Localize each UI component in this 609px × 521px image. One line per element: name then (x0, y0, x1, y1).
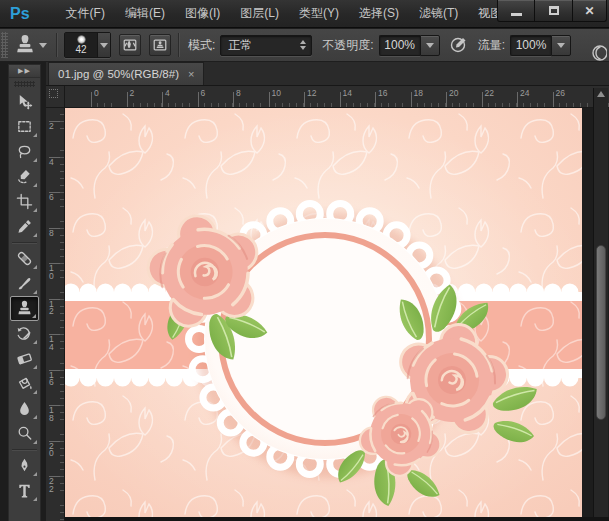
ruler-tick (482, 92, 483, 107)
clone-source-panel-button[interactable] (149, 34, 171, 56)
opacity-dropdown-button[interactable] (420, 35, 440, 56)
ruler-label: 10 (49, 265, 54, 280)
clone-stamp-tool[interactable] (10, 296, 39, 321)
ruler-tick (91, 92, 92, 107)
marquee-icon (16, 118, 33, 135)
menu-image[interactable]: 图像(I) (175, 5, 230, 22)
document-area: 01.jpg @ 50%(RGB/8#) × 02468101214161820… (46, 62, 609, 521)
flyout-indicator (33, 265, 37, 269)
type-tool[interactable] (10, 478, 39, 503)
options-bar: 42 模式: 正常 不透明度: 100% (0, 29, 609, 62)
lasso-icon (16, 143, 33, 160)
tab-close-icon[interactable]: × (188, 69, 194, 79)
panel-collapse-button[interactable]: ▶▶ (9, 65, 40, 78)
ruler-label: 22 (49, 478, 54, 493)
spot-healing-icon (16, 250, 33, 267)
brush-preset-caret[interactable] (97, 33, 110, 57)
clone-source-panel-icon (152, 37, 168, 53)
blur-tool[interactable] (10, 396, 39, 421)
ruler-label: 2 (49, 123, 54, 131)
ruler-tick (517, 92, 518, 107)
mode-select[interactable]: 正常 (220, 35, 312, 56)
brush-icon (16, 275, 33, 292)
close-icon: ✕ (584, 4, 594, 18)
ruler-label: 4 (49, 159, 54, 167)
maximize-button[interactable] (535, 0, 573, 22)
crop-tool[interactable] (10, 189, 39, 214)
brush-size-value: 42 (75, 44, 86, 55)
marquee-tool[interactable] (10, 114, 39, 139)
ruler-label: 12 (49, 301, 54, 316)
vertical-scrollbar[interactable] (593, 88, 608, 517)
ruler-tick (304, 92, 305, 107)
maximize-icon (549, 6, 559, 15)
spot-healing-tool[interactable] (10, 246, 39, 271)
history-brush-tool[interactable] (10, 321, 39, 346)
minimize-icon (511, 13, 522, 16)
spinner-icon (300, 40, 306, 50)
ruler-tick (233, 92, 234, 107)
minimize-button[interactable] (497, 0, 535, 22)
menu-filter[interactable]: 滤镜(T) (409, 5, 468, 22)
ruler-label: 6 (201, 88, 206, 98)
flyout-indicator (33, 472, 37, 476)
brush-preset-picker[interactable]: 42 (64, 32, 111, 58)
ruler-tick (162, 92, 163, 107)
quick-selection-tool[interactable] (10, 164, 39, 189)
pen-icon (16, 457, 33, 474)
eraser-tool[interactable] (10, 346, 39, 371)
tools-divider (12, 242, 37, 243)
horizontal-ruler[interactable]: 02468101214161820222426 (65, 86, 609, 108)
ruler-label: 14 (343, 88, 352, 98)
ruler-label: 10 (272, 88, 281, 98)
tools-panel-grip[interactable] (14, 81, 35, 87)
flyout-indicator (33, 183, 37, 187)
ps-logo: Ps (10, 5, 30, 23)
ruler-label: 14 (49, 336, 54, 351)
flow-value[interactable]: 100% (510, 35, 551, 56)
ruler-label: 6 (49, 194, 54, 202)
menu-layer[interactable]: 图层(L) (230, 5, 289, 22)
menu-type[interactable]: 类型(Y) (289, 5, 349, 22)
tool-preset-picker[interactable] (12, 34, 49, 56)
vertical-ruler[interactable]: 246810121416182022 (46, 108, 65, 521)
move-tool[interactable] (10, 89, 39, 114)
brush-panel-toggle-button[interactable] (119, 34, 141, 56)
pen-tool[interactable] (10, 453, 39, 478)
mode-value: 正常 (221, 37, 300, 54)
lasso-tool[interactable] (10, 139, 39, 164)
tool-preset-caret-icon (39, 43, 47, 48)
flyout-indicator (33, 158, 37, 162)
ruler-tick (411, 92, 412, 107)
close-button[interactable]: ✕ (573, 0, 607, 22)
ruler-label: 20 (49, 443, 54, 458)
document-tab[interactable]: 01.jpg @ 50%(RGB/8#) × (48, 62, 204, 85)
opacity-value[interactable]: 100% (379, 35, 420, 56)
options-bar-grip[interactable] (1, 32, 8, 58)
canvas-artwork[interactable] (65, 108, 582, 517)
ruler-label: 8 (236, 88, 241, 98)
dodge-tool[interactable] (10, 421, 39, 446)
mode-label: 模式: (188, 37, 215, 54)
airbrush-icon[interactable] (587, 43, 607, 63)
menu-file[interactable]: 文件(F) (56, 5, 115, 22)
document-tab-title: 01.jpg @ 50%(RGB/8#) (58, 68, 179, 80)
flow-dropdown-button[interactable] (551, 35, 571, 56)
ruler-label: 16 (378, 88, 387, 98)
scrollbar-thumb[interactable] (596, 245, 606, 420)
tools-panel: ▶▶ (8, 64, 41, 521)
scroll-up-icon[interactable] (597, 91, 605, 97)
ruler-origin-corner[interactable] (46, 86, 65, 108)
ruler-tick (375, 92, 376, 107)
tablet-pressure-opacity-icon[interactable] (449, 35, 469, 55)
menu-select[interactable]: 选择(S) (349, 5, 409, 22)
eyedropper-tool[interactable] (10, 214, 39, 239)
photoshop-window: Ps 文件(F)编辑(E)图像(I)图层(L)类型(Y)选择(S)滤镜(T)视图… (0, 0, 609, 521)
flyout-indicator (33, 133, 37, 137)
clone-stamp-icon (14, 34, 36, 56)
flyout-indicator (33, 390, 37, 394)
dodge-icon (16, 425, 33, 442)
paint-bucket-tool[interactable] (10, 371, 39, 396)
brush-tool[interactable] (10, 271, 39, 296)
menu-edit[interactable]: 编辑(E) (115, 5, 175, 22)
